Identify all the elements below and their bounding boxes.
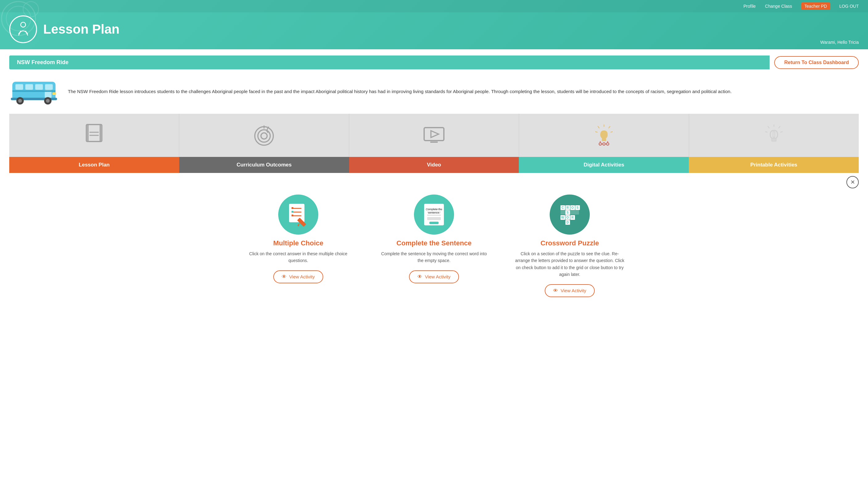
eye-icon-2: 👁: [417, 274, 422, 279]
svg-text:S: S: [566, 211, 569, 214]
multiple-choice-desc: Click on the correct answer in these mul…: [243, 250, 354, 264]
crossword-icon-circle: C R O S S W O R D: [550, 195, 590, 235]
activities-section: Multiple Choice Click on the correct ans…: [9, 195, 859, 297]
lesson-description: The NSW Freedom Ride lesson introduces s…: [68, 88, 732, 96]
svg-line-35: [610, 132, 612, 132]
svg-line-36: [598, 126, 599, 128]
view-activity-crossword-button[interactable]: 👁 View Activity: [545, 284, 595, 297]
return-to-dashboard-button[interactable]: Return To Class Dashboard: [774, 56, 859, 69]
teacher-pd-link[interactable]: Teacher PD: [801, 2, 830, 10]
svg-point-42: [606, 143, 609, 145]
svg-line-37: [595, 132, 598, 132]
svg-rect-10: [45, 84, 53, 90]
view-activity-multiple-choice-button[interactable]: 👁 View Activity: [273, 270, 323, 283]
header-decoration: [0, 0, 62, 37]
header: Profile Change Class Teacher PD LOG OUT …: [0, 0, 868, 49]
nav-bar: Profile Change Class Teacher PD LOG OUT: [0, 0, 868, 12]
multiple-choice-icon: [283, 199, 314, 230]
svg-marker-64: [297, 223, 300, 227]
svg-text:C: C: [561, 206, 563, 209]
multiple-choice-title: Multiple Choice: [273, 239, 323, 247]
tab-video[interactable]: Video: [349, 157, 519, 173]
complete-sentence-title: Complete the Sentence: [396, 239, 471, 247]
svg-text:D: D: [566, 221, 569, 224]
complete-sentence-desc: Complete the sentence by moving the corr…: [379, 250, 489, 264]
svg-point-2: [23, 2, 39, 17]
view-activity-label-3: View Activity: [560, 288, 586, 293]
multiple-choice-icon-circle: [278, 195, 318, 235]
tab-icon-digital: [519, 114, 689, 157]
complete-sentence-icon: Complete the sentence.: [418, 199, 450, 230]
tab-icon-printable: [689, 114, 859, 157]
crossword-icon: C R O S S W O R D: [554, 199, 585, 230]
tab-digital-activities[interactable]: Digital Activities: [519, 157, 689, 173]
svg-point-25: [261, 133, 267, 139]
svg-point-1: [6, 6, 31, 31]
svg-line-50: [768, 126, 769, 128]
svg-rect-9: [35, 84, 43, 90]
svg-rect-53: [772, 140, 776, 141]
view-activity-label-1: View Activity: [289, 274, 315, 279]
change-class-link[interactable]: Change Class: [765, 4, 792, 9]
svg-rect-62: [291, 215, 293, 216]
svg-rect-60: [291, 211, 293, 213]
complete-sentence-icon-circle: Complete the sentence.: [414, 195, 454, 235]
view-activity-complete-sentence-button[interactable]: 👁 View Activity: [409, 270, 459, 283]
svg-marker-30: [431, 131, 439, 138]
svg-rect-29: [424, 128, 444, 141]
svg-text:R: R: [566, 206, 569, 209]
description-section: The NSW Freedom Ride lesson introduces s…: [9, 76, 859, 107]
close-button[interactable]: ✕: [846, 176, 859, 188]
svg-rect-71: [427, 217, 441, 220]
svg-rect-12: [13, 90, 55, 92]
crossword-title: Crossword Puzzle: [540, 239, 599, 247]
svg-rect-72: [429, 222, 439, 224]
svg-rect-38: [602, 139, 606, 140]
svg-point-41: [603, 143, 605, 145]
svg-point-17: [46, 99, 50, 103]
logout-link[interactable]: LOG OUT: [839, 4, 859, 9]
svg-rect-39: [602, 140, 606, 141]
crossword-desc: Click on a section of the puzzle to see …: [514, 250, 625, 278]
activity-card-crossword: C R O S S W O R D Crossword Puzzle Click…: [514, 195, 625, 297]
tab-labels-row: Lesson Plan Curriculum Outcomes Video Di…: [9, 157, 859, 173]
svg-rect-8: [25, 84, 33, 90]
svg-rect-56: [289, 204, 305, 222]
tab-icon-lesson-plan: [9, 114, 179, 157]
tabs-container: Lesson Plan Curriculum Outcomes Video Di…: [9, 114, 859, 173]
svg-rect-18: [52, 93, 56, 95]
eye-icon-1: 👁: [282, 274, 287, 279]
svg-text:Complete the: Complete the: [426, 208, 442, 211]
svg-text:O: O: [566, 216, 569, 219]
svg-line-48: [778, 126, 780, 128]
svg-line-51: [765, 132, 767, 132]
lightbulb-pencil-icon: [762, 123, 786, 148]
svg-text:R: R: [571, 216, 574, 219]
tab-icon-video: [349, 114, 519, 157]
bus-svg: [9, 76, 58, 106]
document-icon: [82, 123, 106, 148]
greeting: Warami, Hello Tricia: [820, 40, 859, 45]
svg-line-49: [780, 132, 782, 132]
svg-text:W: W: [561, 216, 564, 219]
tab-printable-activities[interactable]: Printable Activities: [689, 157, 859, 173]
svg-rect-7: [16, 84, 23, 90]
tab-curriculum-outcomes[interactable]: Curriculum Outcomes: [179, 157, 349, 173]
video-icon: [421, 123, 447, 148]
profile-link[interactable]: Profile: [743, 4, 756, 9]
svg-line-34: [609, 126, 610, 128]
svg-point-24: [258, 130, 270, 142]
view-activity-label-2: View Activity: [425, 274, 450, 279]
tab-icon-curriculum: [179, 114, 349, 157]
tab-lesson-plan[interactable]: Lesson Plan: [9, 157, 179, 173]
header-main: Lesson Plan: [0, 12, 868, 49]
eye-icon-3: 👁: [553, 288, 558, 293]
lesson-bar: NSW Freedom Ride Return To Class Dashboa…: [9, 55, 859, 69]
tab-icons-row: [9, 114, 859, 157]
close-row: ✕: [9, 176, 859, 188]
svg-point-40: [599, 143, 602, 145]
svg-point-32: [433, 142, 435, 143]
lightbulb-circuit-icon: [592, 123, 616, 148]
svg-text:S: S: [577, 206, 579, 209]
target-icon: [252, 123, 276, 148]
